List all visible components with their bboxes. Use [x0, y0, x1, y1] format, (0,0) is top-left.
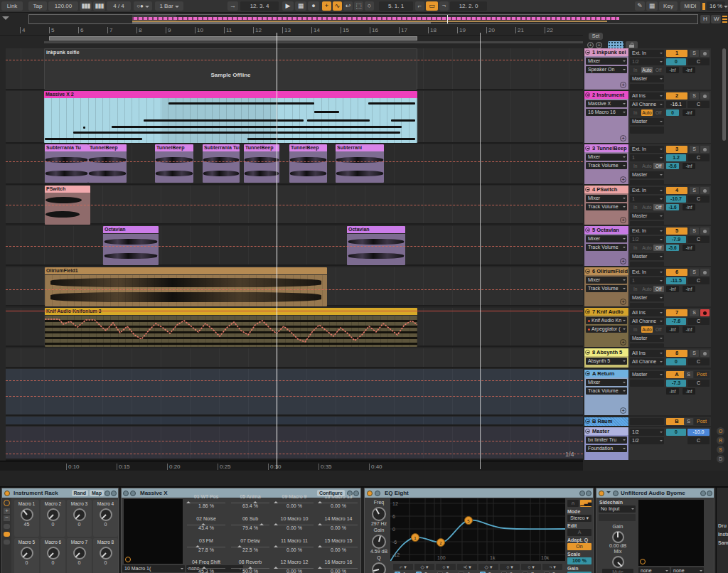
- nudge-up-button[interactable]: ▮▮▮: [93, 1, 105, 11]
- record-button[interactable]: ●: [308, 1, 319, 11]
- device-fold-icon[interactable]: [375, 491, 380, 496]
- track-title[interactable]: 3 TunnelBeep: [584, 144, 628, 152]
- show-macros-icon[interactable]: [4, 532, 10, 537]
- insert-marker[interactable]: [480, 33, 481, 469]
- input-type-chooser[interactable]: Ext. In: [630, 50, 664, 57]
- clip-massive-x-2[interactable]: Massive X 2: [44, 91, 417, 143]
- filter-type-chooser-5[interactable]: ◇ ▾: [478, 564, 498, 570]
- play-button[interactable]: ▶: [282, 1, 294, 11]
- clip-inkpunk-selfie[interactable]: inkpunk selfie Sample Offline: [44, 48, 417, 90]
- filter-type-chooser-1[interactable]: ⌐ ▾: [393, 564, 413, 570]
- hot-swap-icon[interactable]: [579, 491, 585, 496]
- plugin-map-chooser[interactable]: none: [671, 567, 704, 573]
- sidechain-gain-knob[interactable]: Gain0.00 dB: [602, 524, 633, 548]
- macro-knob-8[interactable]: Macro 80: [93, 538, 118, 573]
- clip-tunnelbeep-2[interactable]: TunnelBeep: [155, 144, 193, 183]
- clip-tunnelbeep-1[interactable]: TunnelBeep: [88, 144, 127, 183]
- filter-type-chooser-7[interactable]: ○ ▾: [521, 564, 541, 570]
- clip-subterrania-3[interactable]: Subterrani: [336, 144, 384, 183]
- clip-subterrania-2[interactable]: Subterrania Tun: [203, 144, 240, 183]
- track-activator[interactable]: 1: [666, 50, 687, 57]
- edit-ab-button[interactable]: A: [567, 529, 592, 536]
- filter-type-chooser-4[interactable]: ≺ ▾: [457, 564, 477, 570]
- scale-field[interactable]: 100 %: [567, 557, 592, 564]
- time-ruler[interactable]: 0:10 0:15 0:20 0:25 0:30 0:35 0:40: [0, 461, 583, 471]
- show-chainlist-icon[interactable]: [4, 540, 10, 545]
- pan-field[interactable]: C: [687, 437, 710, 444]
- io-section-toggle[interactable]: O: [717, 427, 724, 435]
- volume-field[interactable]: 0: [666, 58, 686, 65]
- track-title[interactable]: 8 Absynth 5: [584, 348, 628, 356]
- track-title[interactable]: A Return: [584, 370, 628, 377]
- macro-knob-3[interactable]: Macro 30: [67, 500, 92, 537]
- arrangement-overview[interactable]: H W: [0, 13, 728, 26]
- show-chains-icon[interactable]: +: [4, 508, 10, 514]
- groove-pool-button[interactable]: ○●: [134, 1, 152, 11]
- overview-frame[interactable]: [28, 14, 698, 24]
- show-devices-icon[interactable]: [4, 524, 10, 529]
- hot-swap-icon[interactable]: [700, 491, 706, 496]
- add-lane-button[interactable]: +: [620, 82, 626, 88]
- track-title[interactable]: 6 OliriumField: [584, 267, 628, 275]
- cue-volume-field[interactable]: 0: [666, 429, 686, 436]
- device-chooser[interactable]: Massive X: [586, 100, 627, 107]
- pan-field[interactable]: C: [687, 101, 710, 108]
- device-chooser[interactable]: Mixer: [586, 154, 627, 161]
- input-channel-chooser[interactable]: 1/2: [630, 58, 664, 65]
- nudge-down-button[interactable]: ▮▮▮: [80, 1, 92, 11]
- save-preset-icon[interactable]: [111, 491, 117, 496]
- tap-tempo-button[interactable]: Tap: [28, 1, 47, 11]
- solo-button[interactable]: S: [690, 50, 699, 57]
- cpu-load-field[interactable]: 16 %: [707, 1, 725, 11]
- filter-type-chooser-8[interactable]: ¬ ▾: [542, 564, 562, 570]
- gain-knob[interactable]: Gain4.59 dB: [365, 528, 393, 554]
- set-button[interactable]: Set: [589, 33, 603, 40]
- track-title[interactable]: 1 inkpunk sel: [584, 48, 628, 56]
- link-button[interactable]: Link: [1, 1, 23, 11]
- plugin-panel[interactable]: [638, 500, 704, 566]
- param-freqshift[interactable]: 04 Freq Shift45.3 %: [186, 559, 227, 573]
- clip-oliriumfield[interactable]: OliriumField1: [45, 267, 327, 306]
- param-fm[interactable]: 03 FM27.8 %: [186, 538, 227, 559]
- follow-button[interactable]: →: [228, 1, 238, 11]
- spectrum-icon[interactable]: ▁▃▅: [580, 500, 592, 507]
- clip-subterrania-1[interactable]: Subterrania Tu: [45, 144, 88, 183]
- plugin-param-chooser[interactable]: 10 Macro 1(: [122, 565, 185, 572]
- loop-brace[interactable]: [49, 36, 417, 41]
- mute-button[interactable]: Mute: [602, 569, 633, 573]
- quantize-menu[interactable]: 1 Bar: [155, 1, 183, 11]
- sends-section-toggle[interactable]: S: [717, 446, 724, 454]
- automation-arm-button[interactable]: ∿: [333, 1, 342, 11]
- menu-icon[interactable]: [722, 16, 727, 17]
- macro-knob-2[interactable]: Macro 20: [41, 500, 65, 537]
- solo-button[interactable]: S: [690, 92, 699, 100]
- tempo-field[interactable]: 120.00: [48, 1, 78, 11]
- track-activator[interactable]: 2: [666, 92, 687, 100]
- adaptq-toggle[interactable]: On: [567, 543, 592, 550]
- clip-tunnelbeep-4[interactable]: TunnelBeep: [289, 144, 327, 183]
- device-chooser[interactable]: Mixer: [586, 58, 627, 65]
- output-type-chooser[interactable]: Master: [630, 118, 664, 125]
- filter-type-chooser-2[interactable]: ◇ ▾: [414, 564, 434, 570]
- save-preset-icon[interactable]: [586, 491, 592, 496]
- macro-knob-7[interactable]: Macro 70: [67, 538, 92, 573]
- plugin-panel[interactable]: [124, 499, 183, 564]
- stop-button[interactable]: ▦: [295, 1, 306, 11]
- param-noise[interactable]: 02 Noise43.4 %: [186, 516, 227, 537]
- map-button[interactable]: Map: [90, 490, 104, 496]
- input-type-chooser[interactable]: All Ins: [630, 92, 664, 100]
- hot-swap-icon[interactable]: [105, 491, 110, 496]
- save-preset-icon[interactable]: [707, 491, 712, 496]
- macro-knob-6[interactable]: Macro 60: [41, 538, 65, 573]
- delay-section-toggle[interactable]: D: [717, 455, 724, 463]
- fixed-grid-h-button[interactable]: H: [700, 15, 710, 23]
- plugin-edit-icon[interactable]: [613, 491, 619, 496]
- clip-tunnelbeep-3[interactable]: TunnelBeep: [244, 144, 279, 183]
- playhead[interactable]: [277, 33, 277, 469]
- eq-display[interactable]: 1260 -6-12 1001k10k 1 2 5: [390, 498, 565, 561]
- next-marker-button[interactable]: +: [596, 42, 602, 48]
- track-title[interactable]: 2 Instrument: [584, 91, 628, 99]
- capture-midi-button[interactable]: ⬚: [354, 1, 363, 11]
- fixed-grid-w-button[interactable]: W: [711, 15, 721, 23]
- plugin-param-chooser[interactable]: none: [638, 567, 670, 573]
